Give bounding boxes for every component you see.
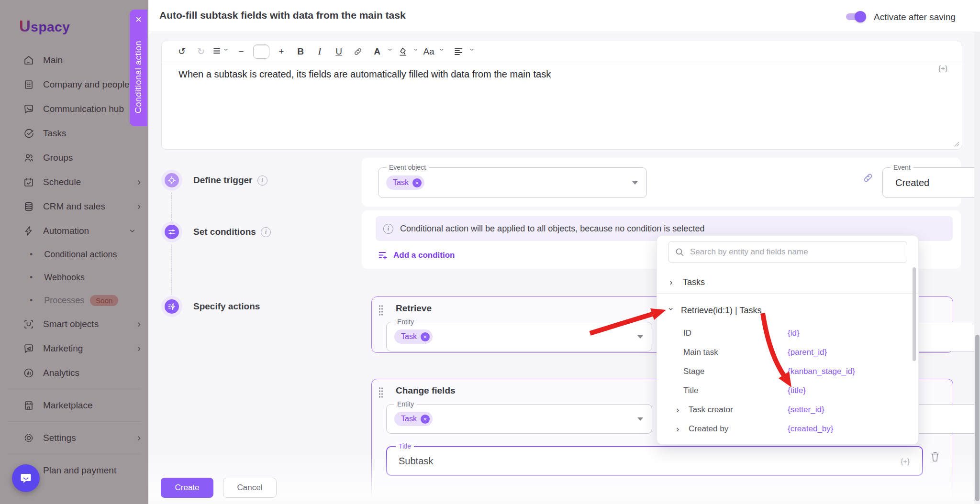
link-fields-icon[interactable] xyxy=(862,172,874,184)
entity-chip[interactable]: Task × xyxy=(394,412,433,426)
text-style-button[interactable]: Aa xyxy=(422,44,436,59)
window-scrollbar[interactable] xyxy=(974,32,980,504)
align-button[interactable] xyxy=(452,44,466,59)
font-color-button[interactable]: A xyxy=(370,44,384,59)
search-icon xyxy=(675,248,684,257)
close-icon[interactable]: × xyxy=(135,14,142,25)
toolbar-divider xyxy=(162,62,962,62)
resize-handle-icon[interactable] xyxy=(954,141,959,147)
step-connector xyxy=(171,193,172,220)
field-row-id[interactable]: ID {id} xyxy=(657,324,913,343)
action-title: Retrieve xyxy=(396,303,432,314)
retrieve-entity-select[interactable]: Entity Task × xyxy=(386,322,652,351)
field-label: Task creator xyxy=(689,405,733,415)
search-input[interactable] xyxy=(689,247,900,257)
define-trigger-step-icon xyxy=(161,170,182,191)
dropdown-section-retrieve[interactable]: › Retrieve(id:1) | Tasks xyxy=(657,301,913,320)
entity-chip[interactable]: Task × xyxy=(394,329,433,344)
description-editor[interactable]: ↺ ↻ › − + B I U A › › Aa › › When a subt xyxy=(161,41,962,150)
underline-button[interactable]: U xyxy=(332,44,346,59)
dropdown-divider xyxy=(657,293,918,294)
chip-label: Task xyxy=(401,332,417,341)
drag-handle-icon[interactable] xyxy=(379,305,383,316)
title-input[interactable]: Title Subtask {+} xyxy=(386,446,923,476)
chip-remove-icon[interactable]: × xyxy=(421,415,430,424)
chevron-down-icon: › xyxy=(438,49,446,55)
field-row-title[interactable]: Title {title} xyxy=(657,381,913,400)
chevron-right-icon: › xyxy=(669,277,675,287)
trash-icon[interactable] xyxy=(930,451,940,462)
activate-toggle[interactable] xyxy=(846,13,863,20)
define-trigger-label: Define trigger i xyxy=(193,175,267,186)
conditional-action-drawer-tab[interactable]: × Conditional action xyxy=(130,10,147,126)
italic-button[interactable]: I xyxy=(312,44,327,59)
event-select[interactable]: Event Created xyxy=(882,167,980,198)
toggle-label: Activate after saving xyxy=(874,12,956,22)
field-row-main-task[interactable]: Main task {parent_id} xyxy=(657,343,913,362)
create-button[interactable]: Create xyxy=(161,478,213,498)
field-row-created-by[interactable]: ›Created by {created_by} xyxy=(657,419,913,438)
chevron-down-icon: › xyxy=(468,49,477,55)
field-label: ID xyxy=(683,329,691,338)
title-field-value: Subtask xyxy=(399,456,433,467)
dropdown-caret-icon[interactable] xyxy=(632,181,638,185)
insert-variable-icon[interactable]: {+} xyxy=(901,457,910,465)
panel-content: ↺ ↻ › − + B I U A › › Aa › › When a subt xyxy=(148,32,980,504)
increase-font-button[interactable]: + xyxy=(274,44,289,59)
event-object-select[interactable]: Event object Task × xyxy=(378,167,647,198)
bolt-lines-icon xyxy=(167,302,176,311)
insert-variable-icon[interactable]: {+} xyxy=(938,64,947,72)
chevron-right-icon: › xyxy=(676,405,682,415)
event-object-chip[interactable]: Task × xyxy=(386,175,424,190)
info-icon[interactable]: i xyxy=(257,175,267,186)
drag-handle-icon[interactable] xyxy=(379,387,383,398)
sliders-icon xyxy=(167,228,176,236)
field-token: {title} xyxy=(788,386,913,395)
specify-actions-label: Specify actions xyxy=(193,301,260,312)
chevron-down-icon: › xyxy=(412,49,421,55)
add-condition-button[interactable]: Add a condition xyxy=(378,251,455,260)
chip-remove-icon[interactable]: × xyxy=(421,332,430,341)
field-row-task-creator[interactable]: ›Task creator {setter_id} xyxy=(657,400,913,419)
action-title: Change fields xyxy=(396,385,456,396)
cancel-button[interactable]: Cancel xyxy=(223,478,277,498)
entity-label: Entity xyxy=(394,318,417,326)
line-spacing-button[interactable]: › xyxy=(213,44,229,59)
link-button[interactable] xyxy=(351,44,365,59)
field-row-stage[interactable]: Stage {kanban_stage_id} xyxy=(657,362,913,381)
change-fields-entity-select[interactable]: Entity Task × xyxy=(386,404,652,434)
panel-header: Auto-fill subtask fields with data from … xyxy=(148,0,980,32)
drawer-tab-label: Conditional action xyxy=(134,25,144,126)
set-conditions-label: Set conditions i xyxy=(193,227,271,237)
chat-bubble-icon xyxy=(19,471,33,485)
dropdown-search[interactable] xyxy=(668,241,907,263)
field-label: Title xyxy=(683,386,699,395)
field-token: {setter_id} xyxy=(788,405,913,415)
description-text[interactable]: When a subtask is created, its fields ar… xyxy=(178,69,551,80)
field-token: {created_by} xyxy=(788,424,913,434)
field-token: {kanban_stage_id} xyxy=(788,367,913,376)
field-token: {id} xyxy=(788,329,913,338)
chevron-right-icon: › xyxy=(676,424,682,434)
chat-widget-button[interactable] xyxy=(12,464,40,492)
scrollbar-thumb[interactable] xyxy=(975,335,980,501)
dropdown-caret-icon[interactable] xyxy=(637,335,643,339)
info-icon: i xyxy=(383,224,393,234)
font-size-box[interactable] xyxy=(253,44,269,59)
undo-button[interactable]: ↺ xyxy=(175,44,189,59)
chevron-down-icon: › xyxy=(223,49,231,55)
chip-remove-icon[interactable]: × xyxy=(412,178,422,187)
redo-button[interactable]: ↻ xyxy=(194,44,208,59)
highlight-color-button[interactable] xyxy=(396,44,410,59)
bold-button[interactable]: B xyxy=(293,44,308,59)
info-icon[interactable]: i xyxy=(261,227,271,237)
event-object-label: Event object xyxy=(386,164,429,171)
dropdown-scrollbar[interactable] xyxy=(913,267,916,361)
target-icon xyxy=(167,176,176,185)
decrease-font-button[interactable]: − xyxy=(234,44,248,59)
filter-plus-icon xyxy=(378,251,388,260)
chevron-down-icon: › xyxy=(387,49,395,55)
dropdown-group-tasks[interactable]: › Tasks xyxy=(657,272,913,292)
dropdown-caret-icon[interactable] xyxy=(637,417,643,421)
title-field-label: Title xyxy=(396,442,414,450)
